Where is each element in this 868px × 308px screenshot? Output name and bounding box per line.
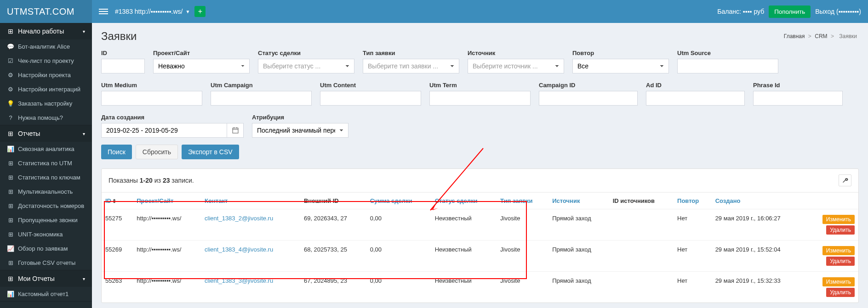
sidebar-item[interactable]: ⊞Статистика по ключам	[0, 170, 92, 185]
sidebar: ⊞ Начало работы ▾ 💬Бот-аналитик Alice☑Че…	[0, 23, 92, 308]
menu-toggle-icon[interactable]	[99, 7, 108, 16]
edit-button[interactable]: Изменить	[822, 277, 855, 286]
site-badge[interactable]: #1383 http://▪▪▪▪▪▪▪▪▪.ws/ ▼	[115, 8, 190, 15]
sidebar-item-label: Кастомный отчет1	[18, 291, 69, 297]
delete-button[interactable]: Удалить	[826, 288, 855, 297]
chevron-down-icon: ▾	[83, 29, 85, 34]
add-site-button[interactable]: +	[194, 6, 206, 17]
phrase-id-input[interactable]	[753, 91, 843, 106]
refill-button[interactable]: Пополнить	[769, 6, 811, 18]
grid-icon: ⊞	[7, 130, 14, 137]
utm-campaign-input[interactable]	[211, 91, 312, 106]
cell-contact[interactable]: client_1383_2@jivosite.ru	[205, 215, 273, 222]
col-repeat[interactable]: Повтор	[677, 197, 699, 204]
sidebar-section-myreports[interactable]: ⊞ Мои Отчеты ▾	[0, 270, 92, 287]
col-amount[interactable]: Сумма сделки	[370, 197, 412, 204]
cell-id: 55263	[102, 272, 133, 303]
delete-button[interactable]: Удалить	[826, 257, 855, 266]
utm-term-input[interactable]	[429, 91, 531, 106]
sidebar-item[interactable]: ⊞Готовые CSV отчеты	[0, 256, 92, 270]
sidebar-item[interactable]: 💡Заказать настройку	[0, 96, 92, 111]
grid-icon: ⊞	[7, 28, 14, 35]
col-source[interactable]: Источник	[552, 197, 580, 204]
sidebar-item[interactable]: ⊞UNIT-экономика	[0, 227, 92, 241]
sidebar-item-icon: ⊞	[7, 188, 14, 195]
filter-label-campaign-id: Campaign ID	[539, 82, 638, 89]
sidebar-section-reports[interactable]: ⊞ Отчеты ▾	[0, 125, 92, 142]
utm-medium-input[interactable]	[101, 91, 202, 106]
sidebar-item-icon: ⚙	[7, 86, 14, 93]
col-type[interactable]: Тип заявки	[500, 197, 533, 204]
repeat-select[interactable]: Все	[572, 59, 669, 73]
sidebar-item[interactable]: ⊞Статистика по UTM	[0, 156, 92, 170]
filter-label-utm-campaign: Utm Campaign	[211, 82, 312, 89]
sidebar-item[interactable]: ⊞Достаточность номеров	[0, 199, 92, 213]
status-select[interactable]: Выберите статус ...	[258, 59, 354, 73]
filter-label-utm-source: Utm Source	[677, 50, 778, 56]
sidebar-item[interactable]: ⊞Мультиканальность	[0, 185, 92, 199]
sidebar-item[interactable]: ☑Чек-лист по проекту	[0, 54, 92, 68]
ad-id-input[interactable]	[646, 91, 745, 106]
cell-created: 29 мая 2019 г., 15:52:04	[712, 241, 807, 272]
logo[interactable]: UTMSTAT.COM	[0, 0, 92, 23]
sidebar-section-label: Мои Отчеты	[18, 275, 55, 282]
source-select[interactable]: Выберите источник ...	[468, 59, 564, 73]
sidebar-item[interactable]: ?Нужна помощь?	[0, 111, 92, 125]
date-input[interactable]	[101, 123, 227, 138]
export-csv-button[interactable]: Экспорт в CSV	[182, 145, 239, 159]
cell-source: Прямой заход	[548, 272, 609, 303]
cell-repeat: Нет	[674, 241, 712, 272]
search-button[interactable]: Поиск	[101, 145, 132, 159]
filter-label-utm-term: Utm Term	[429, 82, 531, 89]
col-created[interactable]: Создано	[715, 197, 741, 204]
sidebar-item-icon: 📊	[7, 291, 14, 297]
cell-status: Неизвестный	[431, 272, 497, 303]
type-select[interactable]: Выберите тип заявки ...	[363, 59, 459, 73]
results-table: ID⇕ Проект/Сайт Контакт Внешний ID Сумма…	[102, 192, 858, 302]
sidebar-item-label: Пропущенные звонки	[18, 217, 78, 224]
cell-id: 55269	[102, 241, 133, 272]
breadcrumb-crm[interactable]: CRM	[815, 33, 827, 39]
breadcrumb-main[interactable]: Главная	[784, 33, 805, 39]
balance-label: Баланс:	[717, 8, 741, 15]
panel-settings-button[interactable]	[839, 174, 851, 186]
sidebar-item[interactable]: ⊞Пропущенные звонки	[0, 213, 92, 227]
reset-button[interactable]: Сбросить	[136, 145, 178, 159]
sidebar-item[interactable]: ⚙Настройки интеграций	[0, 82, 92, 96]
sidebar-item[interactable]: 💬Бот-аналитик Alice	[0, 39, 92, 54]
utm-content-input[interactable]	[320, 91, 421, 106]
sidebar-item[interactable]: 📊Кастомный отчет1	[0, 287, 92, 301]
svg-rect-0	[233, 128, 238, 133]
top-header: UTMSTAT.COM #1383 http://▪▪▪▪▪▪▪▪▪.ws/ ▼…	[0, 0, 868, 23]
cell-contact[interactable]: client_1383_4@jivosite.ru	[205, 246, 273, 253]
col-project[interactable]: Проект/Сайт	[137, 197, 173, 204]
sidebar-section-start[interactable]: ⊞ Начало работы ▾	[0, 23, 92, 39]
cell-source: Прямой заход	[548, 209, 609, 241]
logout-link[interactable]: Выход (▪▪▪▪▪▪▪▪▪)	[815, 8, 861, 15]
utm-source-input[interactable]	[677, 59, 778, 73]
cell-contact[interactable]: client_1383_3@jivosite.ru	[205, 277, 273, 284]
attribution-select[interactable]: Последний значимый переход	[252, 123, 348, 138]
project-select[interactable]: Неважно	[153, 59, 250, 73]
cell-type: Jivosite	[497, 272, 548, 303]
id-input[interactable]	[101, 59, 145, 73]
campaign-id-input[interactable]	[539, 91, 638, 106]
cell-created: 29 мая 2019 г., 15:32:33	[712, 272, 807, 303]
col-id[interactable]: ID	[105, 197, 111, 204]
sidebar-item[interactable]: 📊Сквозная аналитика	[0, 142, 92, 156]
table-row: 55269http://▪▪▪▪▪▪▪▪▪.ws/client_1383_4@j…	[102, 241, 858, 272]
calendar-icon[interactable]	[227, 123, 244, 138]
col-contact[interactable]: Контакт	[205, 197, 228, 204]
sidebar-item[interactable]: ⚙Настройки проекта	[0, 68, 92, 82]
results-summary: Показаны 1-20 из 23 записи.	[108, 177, 194, 184]
cell-source-ids	[609, 209, 674, 241]
col-status[interactable]: Статус сделки	[435, 197, 478, 204]
edit-button[interactable]: Изменить	[822, 246, 855, 255]
filter-label-phrase-id: Phrase Id	[753, 82, 843, 89]
edit-button[interactable]: Изменить	[822, 215, 855, 224]
sort-icon: ⇕	[112, 198, 116, 204]
sidebar-item-icon: ⊞	[7, 217, 14, 224]
sidebar-item[interactable]: 📈Обзор по заявкам	[0, 241, 92, 256]
col-source-ids: ID источников	[609, 193, 674, 209]
delete-button[interactable]: Удалить	[826, 225, 855, 235]
